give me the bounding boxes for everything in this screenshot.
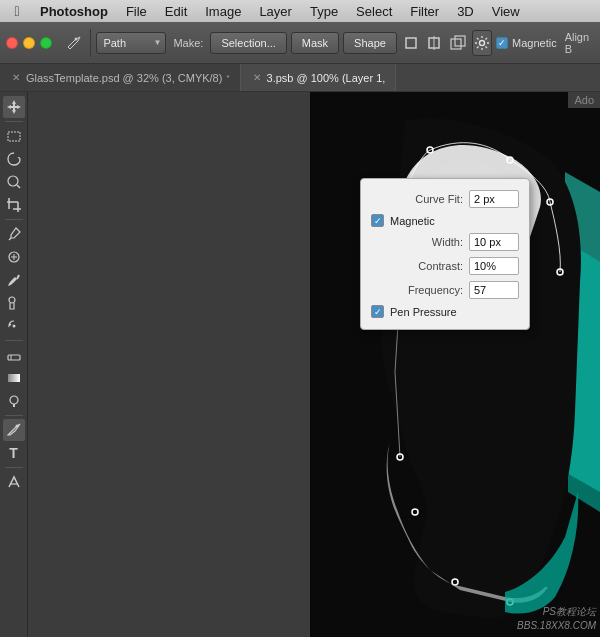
svg-marker-15 bbox=[7, 100, 21, 114]
menu-bar:  Photoshop File Edit Image Layer Type S… bbox=[0, 0, 600, 22]
canvas-area: PS教程论坛 BBS.18XX8.COM Curve Fit: 2 px Mag… bbox=[28, 92, 600, 637]
path-dropdown-label: Path bbox=[103, 37, 126, 49]
left-toolbar-separator-2 bbox=[5, 219, 23, 220]
svg-line-13 bbox=[485, 38, 487, 40]
contrast-row: Contrast: 10% bbox=[361, 254, 529, 278]
settings-icon[interactable] bbox=[472, 30, 492, 56]
frequency-input[interactable]: 57 bbox=[469, 281, 519, 299]
tab-close-icon-2[interactable]: ✕ bbox=[251, 72, 263, 84]
mask-button[interactable]: Mask bbox=[291, 32, 339, 54]
minimize-button[interactable] bbox=[23, 37, 35, 49]
watermark: PS教程论坛 BBS.18XX8.COM bbox=[517, 605, 596, 633]
curve-fit-input[interactable]: 2 px bbox=[469, 190, 519, 208]
svg-point-35 bbox=[15, 425, 18, 428]
marquee-tool[interactable] bbox=[3, 125, 25, 147]
chevron-down-icon: ▼ bbox=[153, 38, 161, 47]
magnetic-label: Magnetic bbox=[512, 37, 557, 49]
width-label: Width: bbox=[371, 236, 463, 248]
svg-point-0 bbox=[74, 37, 77, 40]
pen-pressure-row[interactable]: Pen Pressure bbox=[361, 302, 529, 321]
menu-item-filter[interactable]: Filter bbox=[402, 2, 447, 21]
clone-stamp-tool[interactable] bbox=[3, 292, 25, 314]
left-toolbar-separator-5 bbox=[5, 467, 23, 468]
canvas-image-area[interactable]: PS教程论坛 BBS.18XX8.COM bbox=[310, 92, 600, 637]
path-dropdown[interactable]: Path ▼ bbox=[96, 32, 166, 54]
adobe-label: Ado bbox=[568, 92, 600, 108]
popup-panel: Curve Fit: 2 px Magnetic Width: 10 px Co… bbox=[360, 178, 530, 330]
svg-line-27 bbox=[17, 275, 19, 279]
width-row: Width: 10 px bbox=[361, 230, 529, 254]
path-selection-tool[interactable] bbox=[3, 471, 25, 493]
blur-tool[interactable] bbox=[3, 390, 25, 412]
main-area: T bbox=[0, 92, 600, 637]
apple-logo-icon[interactable]:  bbox=[8, 2, 26, 20]
healing-brush-tool[interactable] bbox=[3, 246, 25, 268]
menu-item-image[interactable]: Image bbox=[197, 2, 249, 21]
svg-rect-32 bbox=[8, 374, 20, 382]
brush-tool[interactable] bbox=[3, 269, 25, 291]
pen-pressure-label: Pen Pressure bbox=[390, 306, 457, 318]
crop-tool[interactable] bbox=[3, 194, 25, 216]
path-ops-icon-2[interactable] bbox=[425, 30, 445, 56]
tabs-bar: ✕ GlassTemplate.psd @ 32% (3, CMYK/8) * … bbox=[0, 64, 600, 92]
left-toolbar-separator-4 bbox=[5, 415, 23, 416]
svg-point-33 bbox=[10, 396, 18, 404]
svg-line-12 bbox=[485, 46, 487, 48]
window-controls bbox=[6, 37, 52, 49]
contrast-value: 10% bbox=[474, 260, 496, 272]
pen-pressure-checkbox[interactable] bbox=[371, 305, 384, 318]
watermark-line1: PS教程论坛 bbox=[517, 605, 596, 619]
menu-item-type[interactable]: Type bbox=[302, 2, 346, 21]
menu-item-view[interactable]: View bbox=[484, 2, 528, 21]
tab-3psb[interactable]: ✕ 3.psb @ 100% (Layer 1, bbox=[241, 64, 397, 91]
curve-fit-value: 2 px bbox=[474, 193, 495, 205]
contrast-input[interactable]: 10% bbox=[469, 257, 519, 275]
svg-point-28 bbox=[9, 297, 15, 303]
path-ops-icon-1[interactable] bbox=[401, 30, 421, 56]
svg-line-23 bbox=[9, 238, 11, 240]
path-arrangement-icon[interactable] bbox=[448, 30, 468, 56]
gradient-tool[interactable] bbox=[3, 367, 25, 389]
type-tool[interactable]: T bbox=[3, 442, 25, 464]
selection-button[interactable]: Selection... bbox=[210, 32, 286, 54]
pen-tool-icon[interactable] bbox=[64, 30, 84, 56]
pen-tool-left[interactable] bbox=[3, 419, 25, 441]
menu-item-edit[interactable]: Edit bbox=[157, 2, 195, 21]
curve-fit-row: Curve Fit: 2 px bbox=[361, 187, 529, 211]
lasso-tool[interactable] bbox=[3, 148, 25, 170]
quick-selection-tool[interactable] bbox=[3, 171, 25, 193]
magnetic-checkbox[interactable] bbox=[496, 37, 508, 49]
watermark-line2: BBS.18XX8.COM bbox=[517, 619, 596, 633]
canvas-gray-area bbox=[28, 92, 325, 637]
modified-indicator-1: * bbox=[226, 73, 229, 82]
svg-line-18 bbox=[17, 185, 20, 188]
menu-item-select[interactable]: Select bbox=[348, 2, 400, 21]
move-tool[interactable] bbox=[3, 96, 25, 118]
menu-item-file[interactable]: File bbox=[118, 2, 155, 21]
maximize-button[interactable] bbox=[40, 37, 52, 49]
frequency-label: Frequency: bbox=[371, 284, 463, 296]
eyedropper-tool[interactable] bbox=[3, 223, 25, 245]
width-input[interactable]: 10 px bbox=[469, 233, 519, 251]
close-button[interactable] bbox=[6, 37, 18, 49]
popup-magnetic-row[interactable]: Magnetic bbox=[361, 211, 529, 230]
eraser-tool[interactable] bbox=[3, 344, 25, 366]
align-label: Align B bbox=[565, 31, 591, 55]
left-toolbar: T bbox=[0, 92, 28, 637]
svg-rect-4 bbox=[451, 39, 461, 49]
left-toolbar-separator-1 bbox=[5, 121, 23, 122]
menu-item-3d[interactable]: 3D bbox=[449, 2, 482, 21]
history-brush-tool[interactable] bbox=[3, 315, 25, 337]
tab-glass-template[interactable]: ✕ GlassTemplate.psd @ 32% (3, CMYK/8) * bbox=[0, 64, 241, 91]
popup-magnetic-checkbox[interactable] bbox=[371, 214, 384, 227]
magnetic-checkbox-area[interactable]: Magnetic bbox=[496, 37, 557, 49]
frequency-row: Frequency: 57 bbox=[361, 278, 529, 302]
svg-point-6 bbox=[479, 40, 484, 45]
menu-item-photoshop[interactable]: Photoshop bbox=[32, 2, 116, 21]
shape-button[interactable]: Shape bbox=[343, 32, 397, 54]
svg-point-29 bbox=[12, 325, 15, 328]
menu-item-layer[interactable]: Layer bbox=[251, 2, 300, 21]
tab-close-icon[interactable]: ✕ bbox=[10, 72, 22, 84]
svg-point-17 bbox=[8, 176, 18, 186]
tab-label-2: 3.psb @ 100% (Layer 1, bbox=[267, 72, 386, 84]
